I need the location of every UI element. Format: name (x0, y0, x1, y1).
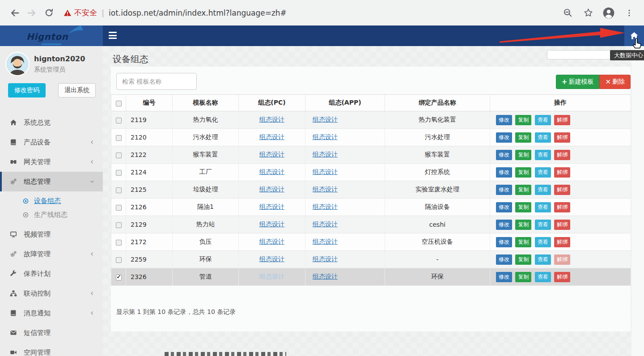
action-copy-button[interactable]: 复制 (515, 132, 531, 143)
app-design-link[interactable]: 组态设计 (313, 168, 338, 175)
action-modify-button[interactable]: 修改 (496, 167, 512, 178)
action-unbind-button[interactable]: 解绑 (554, 272, 570, 282)
sidebar-item-config[interactable]: 组态管理 (0, 172, 103, 191)
action-view-button[interactable]: 查看 (535, 150, 551, 160)
app-design-link[interactable]: 组态设计 (313, 238, 338, 245)
back-icon[interactable] (6, 4, 23, 21)
action-modify-button[interactable]: 修改 (496, 150, 512, 160)
app-design-link[interactable]: 组态设计 (313, 273, 338, 280)
action-unbind-button[interactable]: 解绑 (554, 237, 570, 247)
app-design-link[interactable]: 组态设计 (313, 203, 338, 210)
action-unbind-button[interactable]: 解绑 (554, 115, 570, 125)
address-bar[interactable]: 不安全 | iot.idosp.net/admin/index.html?lan… (64, 8, 559, 18)
pc-design-link[interactable]: 组态设计 (259, 203, 284, 210)
row-checkbox[interactable] (116, 187, 122, 193)
pc-design-link[interactable]: 组态设计 (259, 168, 284, 175)
delete-button[interactable]: ✕删除 (599, 75, 631, 89)
app-design-link[interactable]: 组态设计 (313, 151, 338, 158)
bookmark-star-icon[interactable] (580, 4, 597, 21)
pc-design-link[interactable]: 组态设计 (259, 238, 284, 245)
app-design-link[interactable]: 组态设计 (313, 116, 338, 123)
action-modify-button[interactable]: 修改 (496, 254, 512, 265)
app-design-link[interactable]: 组态设计 (313, 220, 338, 228)
browser-menu-icon[interactable] (621, 4, 638, 21)
action-view-button[interactable]: 查看 (535, 220, 551, 230)
action-copy-button[interactable]: 复制 (515, 115, 531, 125)
sidebar-item-products[interactable]: 产品设备 (0, 132, 103, 152)
action-copy-button[interactable]: 复制 (515, 254, 531, 265)
hamburger-menu-icon[interactable] (109, 32, 117, 39)
url-text[interactable]: iot.idosp.net/admin/index.html?language=… (109, 8, 287, 17)
brand-logo[interactable]: Hignton (25, 27, 78, 45)
action-copy-button[interactable]: 复制 (515, 185, 531, 195)
action-unbind-button[interactable]: 解绑 (554, 150, 570, 160)
quick-search-input[interactable] (547, 50, 612, 59)
action-modify-button[interactable]: 修改 (496, 132, 512, 143)
sidebar-item-video[interactable]: 视频管理 (0, 225, 103, 244)
sidebar-item-overview[interactable]: 系统总览 (0, 113, 103, 132)
reload-icon[interactable] (40, 4, 57, 21)
row-checkbox[interactable] (116, 205, 122, 211)
pc-design-link[interactable]: 组态设计 (259, 186, 284, 193)
action-unbind-button[interactable]: 解绑 (554, 167, 570, 178)
sidebar-item-fault[interactable]: 故障管理 (0, 244, 103, 264)
action-unbind-button[interactable]: 解绑 (554, 132, 570, 143)
action-modify-button[interactable]: 修改 (496, 272, 512, 282)
submenu-item-device-config[interactable]: 设备组态 (0, 194, 103, 208)
action-copy-button[interactable]: 复制 (515, 167, 531, 178)
action-copy-button[interactable]: 复制 (515, 202, 531, 212)
row-checkbox[interactable] (116, 118, 122, 123)
action-copy-button[interactable]: 复制 (515, 220, 531, 230)
security-warning-label[interactable]: 不安全 (74, 8, 97, 18)
change-password-button[interactable]: 修改密码 (8, 83, 46, 97)
action-view-button[interactable]: 查看 (535, 132, 551, 143)
action-view-button[interactable]: 查看 (535, 272, 551, 282)
select-all-checkbox[interactable] (116, 101, 122, 106)
template-search-input[interactable] (116, 73, 197, 90)
action-copy-button[interactable]: 复制 (515, 272, 531, 282)
zoom-out-icon[interactable] (559, 4, 576, 21)
submenu-item-production-line-config[interactable]: 生产线组态 (0, 208, 103, 222)
action-copy-button[interactable]: 复制 (515, 237, 531, 247)
profile-avatar-icon[interactable] (600, 4, 617, 21)
row-checkbox[interactable] (116, 257, 122, 263)
forward-icon[interactable] (23, 4, 40, 21)
action-view-button[interactable]: 查看 (535, 167, 551, 178)
logout-button[interactable]: 退出系统 (58, 83, 96, 97)
home-button[interactable] (624, 25, 644, 46)
new-template-button[interactable]: +新建模板 (556, 75, 600, 89)
action-modify-button[interactable]: 修改 (496, 115, 512, 125)
row-checkbox[interactable] (116, 170, 122, 176)
action-unbind-button[interactable]: 解绑 (554, 254, 570, 265)
pc-design-link[interactable]: 组态设计 (259, 255, 284, 263)
action-modify-button[interactable]: 修改 (496, 202, 512, 212)
pc-design-link[interactable]: 组态设计 (259, 133, 284, 140)
row-checkbox[interactable] (116, 153, 122, 158)
action-unbind-button[interactable]: 解绑 (554, 202, 570, 212)
action-modify-button[interactable]: 修改 (496, 237, 512, 247)
action-view-button[interactable]: 查看 (535, 237, 551, 247)
action-view-button[interactable]: 查看 (535, 185, 551, 195)
row-checkbox[interactable] (116, 222, 122, 228)
action-unbind-button[interactable]: 解绑 (554, 220, 570, 230)
pc-design-link[interactable]: 组态设计 (259, 220, 284, 228)
sidebar-item-gateway[interactable]: 网关管理 (0, 152, 103, 172)
sidebar-item-maintenance[interactable]: 保养计划 (0, 264, 103, 284)
pc-design-link[interactable]: 组态设计 (259, 116, 284, 123)
app-design-link[interactable]: 组态设计 (313, 255, 338, 263)
action-modify-button[interactable]: 修改 (496, 220, 512, 230)
pc-design-link[interactable]: 组态设计 (259, 273, 284, 280)
pc-design-link[interactable]: 组态设计 (259, 151, 284, 158)
action-modify-button[interactable]: 修改 (496, 185, 512, 195)
sidebar-item-space[interactable]: 空间管理 (0, 343, 103, 356)
action-view-button[interactable]: 查看 (535, 202, 551, 212)
sidebar-item-linkage[interactable]: 联动控制 (0, 284, 103, 303)
action-view-button[interactable]: 查看 (535, 254, 551, 265)
action-view-button[interactable]: 查看 (535, 115, 551, 125)
app-design-link[interactable]: 组态设计 (313, 133, 338, 140)
action-copy-button[interactable]: 复制 (515, 150, 531, 160)
app-design-link[interactable]: 组态设计 (313, 186, 338, 193)
sidebar-item-sms[interactable]: 短信管理 (0, 323, 103, 343)
row-checkbox[interactable] (116, 275, 122, 280)
sidebar-item-notification[interactable]: 消息通知 (0, 303, 103, 323)
